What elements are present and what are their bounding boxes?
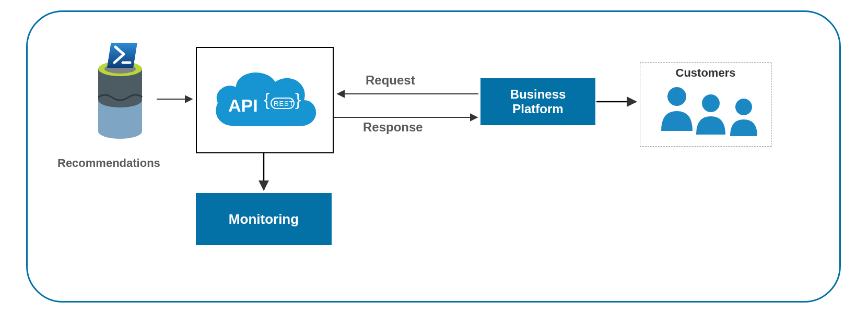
svg-point-8 (667, 87, 686, 106)
recommendations-label: Recommendations (57, 156, 160, 170)
request-label: Request (366, 73, 415, 88)
api-cloud-icon: API { } REST (207, 64, 322, 137)
recommendations-node (89, 43, 151, 147)
response-label: Response (363, 120, 423, 135)
customers-box: Customers (640, 63, 771, 147)
monitoring-label: Monitoring (229, 211, 299, 227)
monitoring-box: Monitoring (196, 193, 332, 245)
api-box: API { } REST (196, 47, 334, 153)
svg-text:REST: REST (274, 100, 294, 107)
svg-point-10 (735, 99, 752, 115)
api-cloud-text: API (228, 95, 258, 115)
customers-people-icon (640, 80, 771, 137)
database-shell-icon (89, 43, 151, 147)
svg-text:}: } (295, 89, 301, 109)
customers-label: Customers (640, 66, 771, 80)
svg-point-9 (702, 94, 720, 112)
svg-text:{: { (264, 89, 269, 109)
business-platform-box: Business Platform (480, 78, 595, 125)
business-platform-line1: Business (510, 87, 566, 101)
business-platform-line2: Platform (512, 102, 563, 116)
